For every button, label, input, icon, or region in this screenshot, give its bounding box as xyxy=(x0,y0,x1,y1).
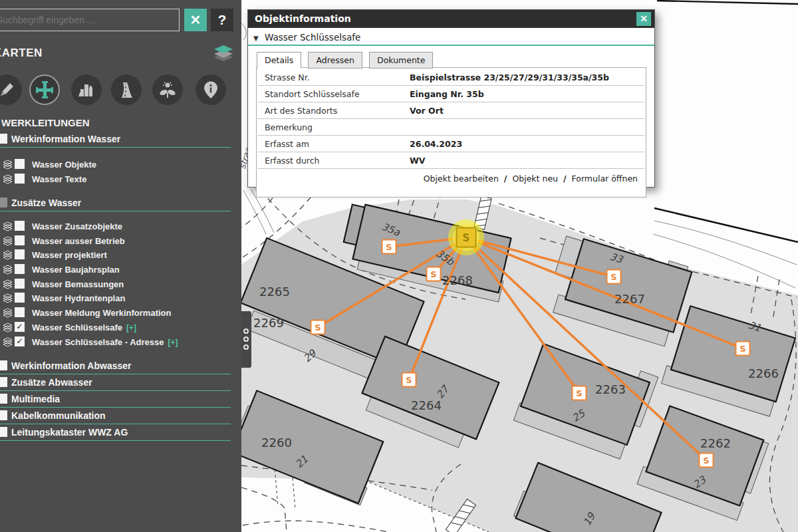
tab-adressen[interactable]: Adressen xyxy=(308,52,362,68)
city-icon[interactable] xyxy=(71,74,102,105)
layer-label: Wasser Objekte xyxy=(32,160,96,170)
new-object-link[interactable]: Objekt neu xyxy=(512,174,558,184)
checkbox[interactable] xyxy=(15,159,25,169)
expand-plus[interactable]: [+] xyxy=(168,338,178,347)
nature-icon[interactable] xyxy=(152,74,183,105)
handle-dot-icon xyxy=(243,329,249,334)
tab-dokumente[interactable]: Dokumente xyxy=(369,52,433,68)
layer-label: Wasser Meldung Werkinformation xyxy=(32,308,171,318)
layer-glyph-icon xyxy=(2,174,13,185)
field-row: Erfasst am 26.04.2023 xyxy=(258,136,644,152)
search-input[interactable] xyxy=(0,9,180,31)
field-value: Vor Ort xyxy=(410,102,444,118)
layer-item[interactable]: Wasser Bemassungen xyxy=(0,278,231,291)
checkbox[interactable] xyxy=(15,279,25,289)
checkbox[interactable] xyxy=(0,377,7,387)
app: S S S S S S S S S 2265 2269 2268 2267 22… xyxy=(0,0,798,532)
edit-object-link[interactable]: Objekt bearbeiten xyxy=(424,174,499,184)
group-zusaetze-abwasser[interactable]: Zusätze Abwasser xyxy=(0,376,231,391)
layer-item[interactable]: Wasser Hydrantenplan xyxy=(0,292,231,305)
field-value: WV xyxy=(410,152,425,168)
layer-glyph-icon xyxy=(2,279,13,290)
layer-item[interactable]: Wasser Baujahrsplan xyxy=(0,263,231,277)
layer-label: Wasser Zusatzobjekte xyxy=(32,221,122,231)
layer-label: Wasser Hydrantenplan xyxy=(32,293,125,303)
layer-glyph-icon xyxy=(2,249,13,261)
checkbox[interactable] xyxy=(0,134,7,144)
layer-item[interactable]: Wasser ausser Betrieb xyxy=(0,235,231,248)
checkbox[interactable] xyxy=(0,427,7,437)
clear-search-button[interactable]: ✕ xyxy=(184,9,207,31)
collapse-triangle-icon: ▼ xyxy=(253,35,259,42)
layer-glyph-icon xyxy=(2,336,13,348)
field-label: Art des Standorts xyxy=(258,102,410,118)
group-zusaetze-wasser[interactable]: Zusätze Wasser xyxy=(0,196,231,211)
road-icon[interactable] xyxy=(111,74,142,105)
open-form-link[interactable]: Formular öffnen xyxy=(572,174,638,184)
svg-text:2269: 2269 xyxy=(253,316,284,330)
selected-keysafe-marker[interactable]: S xyxy=(448,219,484,255)
help-button[interactable]: ? xyxy=(211,9,233,31)
layer-sidebar: ✕ ? KARTEN xyxy=(0,0,241,532)
group-multimedia[interactable]: Multimedia xyxy=(0,392,231,408)
svg-text:2267: 2267 xyxy=(614,292,645,306)
checkbox[interactable] xyxy=(15,307,25,317)
svg-text:2260: 2260 xyxy=(261,436,292,450)
info-pin-icon[interactable] xyxy=(196,74,226,105)
sidebar-collapse-handle[interactable] xyxy=(240,311,251,368)
field-row: Strasse Nr. Beispielstrasse 23/25/27/29/… xyxy=(258,69,644,86)
group-label: Multimedia xyxy=(11,394,60,404)
layer-glyph-icon xyxy=(2,322,13,333)
checkbox[interactable] xyxy=(0,360,7,370)
layer-item[interactable]: Wasser Zusatzobjekte xyxy=(0,220,231,233)
svg-text:S: S xyxy=(386,242,392,252)
layers-icon[interactable] xyxy=(213,44,234,63)
section-title: WERKLEITUNGEN xyxy=(1,117,90,128)
group-werkinformation-wasser[interactable]: Werkinformation Wasser xyxy=(0,132,231,148)
svg-text:S: S xyxy=(610,272,616,282)
layer-item[interactable]: Wasser projektiert xyxy=(0,249,231,262)
layer-glyph-icon xyxy=(2,293,13,304)
tab-details[interactable]: Details xyxy=(257,52,301,68)
checkbox[interactable] xyxy=(0,394,7,404)
handle-dot-icon xyxy=(243,336,249,342)
dialog-titlebar[interactable]: Objektinformation ✕ xyxy=(248,10,654,28)
pipes-icon[interactable] xyxy=(29,74,60,105)
layer-label: Wasser Texte xyxy=(32,174,86,184)
group-kabelkommunikation[interactable]: Kabelkommunikation xyxy=(0,409,231,424)
dialog-close-button[interactable]: ✕ xyxy=(636,12,651,26)
layer-item[interactable]: Wasser Meldung Werkinformation xyxy=(0,307,231,320)
checkbox[interactable] xyxy=(15,221,25,231)
checkbox[interactable] xyxy=(0,198,7,207)
field-label: Strasse Nr. xyxy=(258,69,410,85)
expand-plus[interactable]: [+] xyxy=(126,323,136,332)
checkbox[interactable] xyxy=(15,264,25,274)
layer-glyph-icon xyxy=(2,221,13,232)
checkbox-checked[interactable]: ✓ xyxy=(15,336,25,346)
layer-item[interactable]: Wasser Texte xyxy=(0,173,231,186)
svg-text:S: S xyxy=(430,269,436,279)
dialog-section-header[interactable]: ▼ Wasser Schlüsselsafe xyxy=(248,28,654,46)
checkbox[interactable] xyxy=(0,410,7,420)
layer-item[interactable]: ✓ Wasser Schlüsselsafe[+] xyxy=(0,321,231,334)
layer-label: Wasser Schlüsselsafe - Adresse[+] xyxy=(32,337,178,347)
group-leitungskataster[interactable]: Leitungskataster WWZ AG xyxy=(0,426,231,441)
group-werkinformation-abwasser[interactable]: Werkinformation Abwasser xyxy=(0,359,231,374)
field-value: Beispielstrasse 23/25/27/29/31/33/35a/35… xyxy=(410,69,609,85)
field-row: Standort Schlüsselsafe Eingang Nr. 35b xyxy=(258,86,644,102)
svg-text:S: S xyxy=(739,344,745,354)
checkbox[interactable] xyxy=(15,235,25,245)
layer-glyph-icon xyxy=(2,264,13,275)
checkbox[interactable] xyxy=(15,174,25,184)
group-label: Zusätze Abwasser xyxy=(11,377,92,388)
field-label: Standort Schlüsselsafe xyxy=(258,86,410,102)
edit-icon[interactable] xyxy=(0,74,22,105)
checkbox[interactable] xyxy=(15,293,25,303)
layer-label: Wasser Baujahrsplan xyxy=(32,265,120,275)
checkbox-checked[interactable]: ✓ xyxy=(15,322,25,332)
layer-glyph-icon xyxy=(2,159,13,170)
section-label: Wasser Schlüsselsafe xyxy=(265,32,360,43)
layer-item[interactable]: Wasser Objekte xyxy=(0,158,231,172)
checkbox[interactable] xyxy=(15,249,25,259)
layer-item[interactable]: ✓ Wasser Schlüsselsafe - Adresse[+] xyxy=(0,336,231,349)
